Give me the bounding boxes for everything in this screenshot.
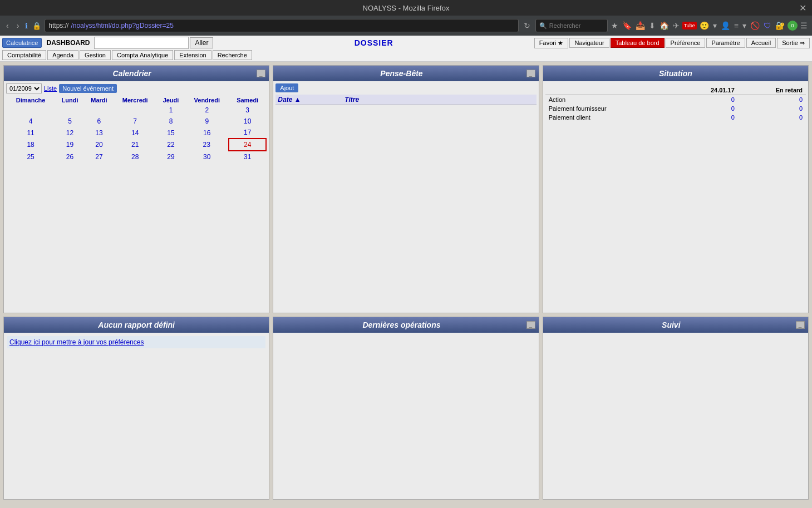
calendar-header-row: Dimanche Lundi Mardi Mercredi Jeudi Vend… <box>6 96 266 105</box>
dossier-label: DOSSIER <box>214 38 533 47</box>
calendar-day-cell[interactable]: 4 <box>6 116 55 127</box>
calendar-minimize-button[interactable]: _ <box>257 70 265 77</box>
dernieres-minimize-button[interactable]: _ <box>526 321 535 329</box>
send-icon[interactable]: ✈ <box>672 20 681 31</box>
browser-icons: ★ 🔖 📥 ⬇ 🏠 ✈ Tube 🙂 ▾ 👤 ≡ ▾ 🚫 🛡 🔐 0 ☰ <box>610 20 809 31</box>
calendar-day-cell <box>85 105 114 116</box>
calendar-day-cell[interactable]: 10 <box>229 116 266 127</box>
close-icon[interactable]: ✕ <box>799 3 806 13</box>
calendar-day-cell[interactable]: 23 <box>185 139 229 151</box>
forward-button[interactable]: › <box>14 20 22 31</box>
shield-icon: 🔒 <box>31 21 42 31</box>
aller-button[interactable]: Aller <box>190 37 213 48</box>
back-button[interactable]: ‹ <box>3 20 12 31</box>
calendar-day-cell[interactable]: 31 <box>229 151 266 162</box>
rapport-link[interactable]: Cliquez ici pour mettre à jour vos préfé… <box>7 336 265 348</box>
nav-accueil-button[interactable]: Accueil <box>746 38 776 48</box>
calendar-week-row: 45678910 <box>6 116 266 127</box>
pense-bete-minimize-button[interactable]: _ <box>526 70 535 77</box>
calendar-day-cell[interactable]: 6 <box>85 116 114 127</box>
nav-comptabilite-button[interactable]: Comptabilité <box>2 50 46 60</box>
home-icon[interactable]: 🏠 <box>658 20 670 31</box>
calendar-day-cell[interactable]: 16 <box>185 127 229 139</box>
pocket-icon[interactable]: 📥 <box>634 20 646 31</box>
nav-gestion-button[interactable]: Gestion <box>80 50 111 60</box>
situation-row-date-val: 0 <box>676 113 738 122</box>
user-icon[interactable]: 👤 <box>720 20 731 31</box>
ajout-button[interactable]: Ajout <box>275 83 298 92</box>
calendar-day-cell[interactable]: 15 <box>157 127 185 139</box>
nav-input[interactable] <box>94 37 189 49</box>
menu-icon[interactable]: ≡ <box>733 20 740 31</box>
situation-row-label: Paiement client <box>545 113 676 122</box>
calendar-day-cell[interactable]: 29 <box>157 151 185 162</box>
calendar-week-row: 123 <box>6 105 266 116</box>
calendar-day-cell[interactable]: 13 <box>85 127 114 139</box>
suivi-minimize-button[interactable]: _ <box>796 321 805 329</box>
calendar-day-cell[interactable]: 26 <box>55 151 85 162</box>
situation-table: 24.01.17 En retard Action00Paiement four… <box>545 86 806 122</box>
nav-favori-button[interactable]: Favori ★ <box>534 38 569 48</box>
nav-agenda-button[interactable]: Agenda <box>47 50 78 60</box>
block-icon[interactable]: 🚫 <box>749 20 761 31</box>
nav-navigateur-button[interactable]: Navigateur <box>569 38 609 48</box>
nav-extension-button[interactable]: Extension <box>174 50 211 60</box>
calendar-day-cell[interactable]: 9 <box>185 116 229 127</box>
calculatrice-button[interactable]: Calculatrice <box>2 38 42 48</box>
badge-icon[interactable]: 0 <box>788 21 798 31</box>
star-icon[interactable]: ★ <box>610 20 619 31</box>
calendar-day-cell[interactable]: 30 <box>185 151 229 162</box>
calendar-day-cell[interactable]: 5 <box>55 116 85 127</box>
hamburger-icon[interactable]: ☰ <box>799 20 809 31</box>
calendar-nav: 01/2009 Liste Nouvel événement <box>6 83 267 93</box>
calendar-day-cell[interactable]: 25 <box>6 151 55 162</box>
dernieres-title: Dernières opérations <box>277 320 526 329</box>
lock-icon[interactable]: 🔐 <box>774 20 786 31</box>
calendar-day-cell[interactable]: 22 <box>157 139 185 151</box>
pense-bete-header: Pense-Bête _ <box>273 66 538 81</box>
calendar-day-cell[interactable]: 11 <box>6 127 55 139</box>
calendar-day-cell[interactable]: 14 <box>114 127 157 139</box>
nav-compta-analytique-button[interactable]: Compta Analytique <box>112 50 173 60</box>
rapport-panel: Aucun rapport défini Cliquez ici pour me… <box>3 317 269 500</box>
calendar-day-cell[interactable]: 21 <box>114 139 157 151</box>
calendar-day-cell[interactable]: 28 <box>114 151 157 162</box>
calendar-day-cell[interactable]: 7 <box>114 116 157 127</box>
nav-parametre-button[interactable]: Paramètre <box>706 38 745 48</box>
liste-button[interactable]: Liste <box>44 85 57 92</box>
calendar-day-cell[interactable]: 24 <box>229 139 266 151</box>
nav-sortie-button[interactable]: Sortie ⇒ <box>777 38 810 48</box>
reload-button[interactable]: ↻ <box>521 20 533 31</box>
bookmark-icon[interactable]: 🔖 <box>621 20 633 31</box>
suivi-panel: Suivi _ <box>543 317 809 500</box>
shield2-icon[interactable]: 🛡 <box>762 20 772 31</box>
calendar-day-cell[interactable]: 27 <box>85 151 114 162</box>
dernieres-body <box>273 333 538 500</box>
calendar-day-cell[interactable]: 20 <box>85 139 114 151</box>
address-bar[interactable]: https:// /noalyss/html/do.php?gDossier=2… <box>45 19 518 32</box>
calendar-day-cell[interactable]: 8 <box>157 116 185 127</box>
dernieres-panel: Dernières opérations _ <box>273 317 539 500</box>
nav-tableau-bord-button[interactable]: Tableau de bord <box>611 38 665 48</box>
calendar-day-cell <box>55 105 85 116</box>
chevron2-icon[interactable]: ▾ <box>741 20 747 31</box>
calendar-day-cell[interactable]: 2 <box>185 105 229 116</box>
calendar-body: 01/2009 Liste Nouvel événement Dimanche … <box>4 81 269 313</box>
calendar-day-cell[interactable]: 1 <box>157 105 185 116</box>
nav-preference-button[interactable]: Préférence <box>666 38 706 48</box>
calendar-day-cell[interactable]: 18 <box>6 139 55 151</box>
nouvel-evenement-button[interactable]: Nouvel événement <box>59 84 117 93</box>
calendar-day-cell[interactable]: 12 <box>55 127 85 139</box>
calendar-day-cell[interactable]: 3 <box>229 105 266 116</box>
tube-icon[interactable]: Tube <box>682 22 697 29</box>
suivi-body <box>543 333 808 500</box>
calendar-day-cell[interactable]: 17 <box>229 127 266 139</box>
chevron-icon[interactable]: ▾ <box>712 20 718 31</box>
calendar-title: Calendrier <box>7 69 257 78</box>
url-prefix: https:// <box>48 22 68 29</box>
month-select[interactable]: 01/2009 <box>6 83 42 93</box>
nav-recherche-button[interactable]: Recherche <box>213 50 252 60</box>
download-icon[interactable]: ⬇ <box>648 20 657 31</box>
calendar-day-cell[interactable]: 19 <box>55 139 85 151</box>
emoji-icon[interactable]: 🙂 <box>698 20 710 31</box>
